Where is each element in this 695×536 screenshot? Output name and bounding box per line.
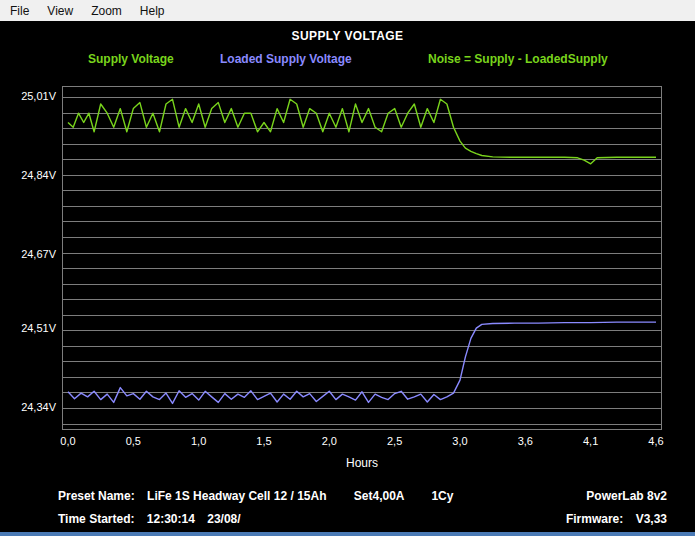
chart-legend: Supply Voltage Loaded Supply Voltage Noi… — [0, 52, 695, 68]
x-tick-label: 2,0 — [312, 435, 346, 447]
y-tick-label: 24,34V — [6, 401, 56, 413]
x-tick-label: 4,6 — [639, 435, 673, 447]
menu-file[interactable]: File — [1, 0, 38, 21]
series-line-1 — [68, 322, 656, 403]
firmware-value: V3,33 — [636, 512, 667, 526]
time-started-value: 12:30:14 — [147, 512, 195, 526]
menu-view[interactable]: View — [38, 0, 82, 21]
device-name: PowerLab 8v2 — [586, 489, 667, 503]
status-row-preset: Preset Name: LiFe 1S Headway Cell 12 / 1… — [58, 489, 667, 503]
preset-info: Preset Name: LiFe 1S Headway Cell 12 / 1… — [58, 489, 453, 503]
legend-supply-voltage: Supply Voltage — [88, 52, 174, 66]
menu-help[interactable]: Help — [131, 0, 174, 21]
app-window: File View Zoom Help SUPPLY VOLTAGE Suppl… — [0, 0, 695, 536]
preset-name-value: LiFe 1S Headway Cell 12 / 15Ah — [147, 489, 326, 503]
x-tick-label: 3,0 — [443, 435, 477, 447]
cycle-count: 1Cy — [431, 489, 453, 503]
legend-noise-formula: Noise = Supply - LoadedSupply — [428, 52, 608, 66]
x-axis-title: Hours — [62, 456, 662, 470]
y-tick-label: 25,01V — [6, 90, 56, 102]
x-tick-label: 0,0 — [51, 435, 85, 447]
firmware-info: Firmware: V3,33 — [566, 512, 667, 526]
firmware-label: Firmware: — [566, 512, 623, 526]
series-line-0 — [68, 99, 656, 164]
x-tick-label: 0,5 — [116, 435, 150, 447]
status-row-time: Time Started: 12:30:14 23/08/ Firmware: … — [58, 512, 667, 526]
preset-name-label: Preset Name: — [58, 489, 135, 503]
set-current-value: Set4,00A — [354, 489, 404, 503]
menu-bar: File View Zoom Help — [0, 0, 695, 21]
plot-canvas — [62, 86, 662, 430]
plot-border — [63, 87, 662, 430]
time-started-info: Time Started: 12:30:14 23/08/ — [58, 512, 241, 526]
x-tick-label: 4,1 — [574, 435, 608, 447]
x-tick-label: 3,6 — [508, 435, 542, 447]
x-tick-label: 1,5 — [247, 435, 281, 447]
x-tick-label: 1,0 — [182, 435, 216, 447]
chart-title: SUPPLY VOLTAGE — [0, 29, 695, 43]
menu-zoom[interactable]: Zoom — [82, 0, 131, 21]
window-border-bottom — [0, 532, 695, 536]
y-tick-label: 24,84V — [6, 169, 56, 181]
y-tick-label: 24,67V — [6, 248, 56, 260]
date-started-value: 23/08/ — [207, 512, 240, 526]
x-tick-label: 2,5 — [378, 435, 412, 447]
y-tick-label: 24,51V — [6, 322, 56, 334]
time-started-label: Time Started: — [58, 512, 134, 526]
legend-loaded-supply-voltage: Loaded Supply Voltage — [220, 52, 352, 66]
